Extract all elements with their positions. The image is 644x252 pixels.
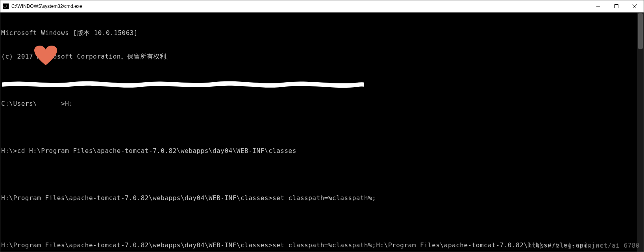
- window-title: C:\WINDOWS\system32\cmd.exe: [11, 4, 82, 9]
- minimize-button[interactable]: [589, 0, 607, 12]
- terminal-line: [1, 76, 637, 84]
- terminal-line: Microsoft Windows [版本 10.0.15063]: [1, 29, 637, 37]
- terminal-line: C:\Users\ >H:: [1, 100, 637, 108]
- terminal-client-area: Microsoft Windows [版本 10.0.15063] (c) 20…: [0, 13, 644, 252]
- minimize-icon: [596, 4, 600, 8]
- scroll-thumb[interactable]: [638, 13, 643, 49]
- close-icon: [633, 4, 637, 8]
- maximize-icon: [614, 4, 618, 8]
- terminal-line: [1, 171, 637, 178]
- svg-text:c:\: c:\: [4, 4, 7, 8]
- terminal-line: H:\>cd H:\Program Files\apache-tomcat-7.…: [1, 147, 637, 155]
- close-button[interactable]: [625, 0, 644, 12]
- cmd-icon: c:\: [3, 3, 9, 9]
- terminal-line: (c) 2017 Microsoft Corporation。保留所有权利。: [1, 53, 637, 61]
- svg-rect-4: [615, 5, 618, 8]
- maximize-button[interactable]: [607, 0, 625, 12]
- terminal-line: [1, 123, 637, 131]
- cmd-window: c:\ C:\WINDOWS\system32\cmd.exe Microsof…: [0, 0, 644, 252]
- terminal-line: H:\Program Files\apache-tomcat-7.0.82\we…: [1, 241, 637, 249]
- titlebar[interactable]: c:\ C:\WINDOWS\system32\cmd.exe: [0, 0, 644, 13]
- terminal-output[interactable]: Microsoft Windows [版本 10.0.15063] (c) 20…: [0, 13, 637, 252]
- vertical-scrollbar[interactable]: [637, 13, 644, 252]
- terminal-line: [1, 218, 637, 226]
- terminal-line: H:\Program Files\apache-tomcat-7.0.82\we…: [1, 194, 637, 202]
